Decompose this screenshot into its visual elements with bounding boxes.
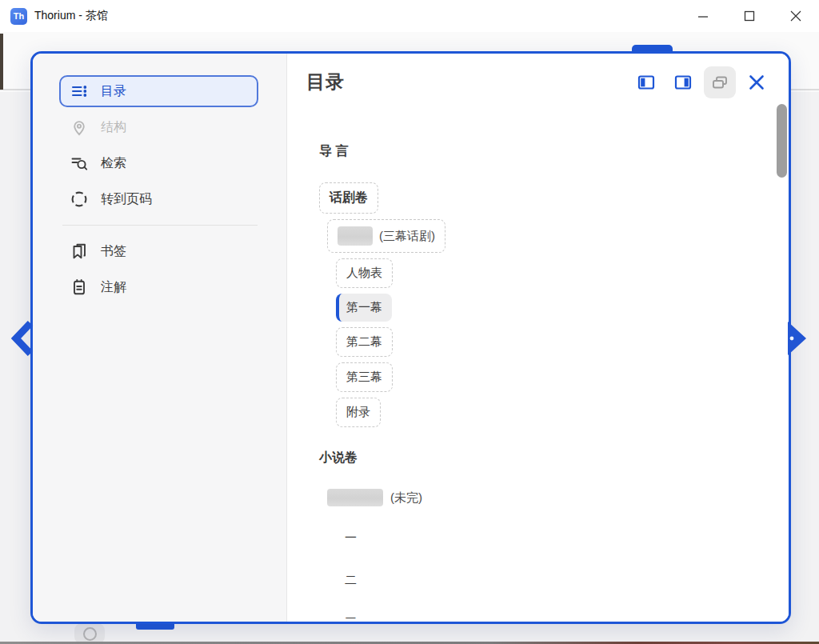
bookmark-icon [70,242,89,261]
previous-page-arrow[interactable] [11,319,34,361]
redacted-text [327,489,383,506]
toc-entry-label: 导 言 [319,140,789,163]
close-window-button[interactable] [773,0,819,32]
toc-entry-label: (未完) [390,490,422,506]
toc-entry-label: 第三幕 [336,362,393,392]
sidebar-item-toc[interactable]: 目录 [59,75,258,107]
refresh-icon [83,627,97,641]
close-icon [790,10,801,22]
sidebar-item-annotations[interactable]: 注解 [59,271,258,303]
sidebar-divider [62,225,258,226]
toc-entry: 二 [345,570,789,591]
maximize-button[interactable] [726,0,773,32]
navigation-sidebar: 目录 结构 检索 转到页码 [33,54,287,622]
sidebar-item-bookmarks[interactable]: 书签 [59,235,258,267]
search-list-icon [70,154,89,173]
dock-panel-right-button[interactable] [667,66,699,98]
window-controls [680,0,819,32]
toc-entry: 导 言 [319,140,789,163]
toc-list: 导 言 话剧卷 (三幕话剧) 人物表 第一幕 第二幕 第三幕 附录 [287,98,789,624]
scrollbar-thumb[interactable] [777,104,787,178]
toc-entry[interactable]: (三幕话剧) [327,219,789,253]
panel-header-icons [630,66,773,98]
toc-panel: 目录 [287,54,789,622]
toc-entry: 三 [345,612,789,624]
maximize-icon [744,10,755,22]
toc-entry[interactable]: 话剧卷 [319,182,789,214]
toc-entry-label: 人物表 [336,258,393,288]
book-page-edge [0,34,3,90]
toc-entry[interactable]: 人物表 [336,258,789,288]
window-title: Thorium - 茶馆 [34,9,108,23]
minimize-icon [697,10,709,22]
close-icon [747,73,766,92]
next-page-arrow[interactable] [785,319,808,361]
sidebar-item-label: 书签 [101,243,126,260]
detached-window-button[interactable] [704,66,736,98]
sidebar-item-search[interactable]: 检索 [59,147,258,179]
toc-entry-label: 第二幕 [336,327,393,357]
navigation-dialog: 目录 结构 检索 转到页码 [30,51,791,624]
chevron-left-icon [11,319,34,358]
toc-entry-label: 第一幕 [336,294,392,322]
dock-panel-left-icon [636,72,657,93]
toc-entry-label: 小说卷 [319,446,789,470]
toc-entry[interactable]: 第三幕 [336,362,789,392]
toc-list-icon [70,82,89,101]
annotation-icon [70,278,89,297]
redacted-text [338,226,373,246]
toc-entry: 小说卷 [319,446,789,470]
sidebar-item-label: 注解 [101,279,126,296]
window-titlebar: Th Thorium - 茶馆 [0,0,819,32]
toc-entry-current[interactable]: 第一幕 [336,294,789,322]
toc-entry[interactable]: 附录 [336,398,789,427]
toc-entry-label: (三幕话剧) [379,229,435,244]
detached-window-icon [709,72,730,93]
sidebar-item-label: 检索 [101,155,126,172]
toc-entry: 一 [345,527,789,549]
sidebar-item-label: 结构 [101,119,126,136]
toc-entry: (未完) [327,489,789,506]
sidebar-item-structure: 结构 [59,111,258,143]
sidebar-item-label: 目录 [101,83,126,100]
toc-entry-label: 二 [345,570,789,591]
minimize-button[interactable] [680,0,726,32]
dock-panel-left-button[interactable] [630,66,662,98]
toc-entry-label: 附录 [336,398,381,427]
toc-panel-header: 目录 [287,54,789,98]
toc-entry-label: 三 [345,612,789,624]
toc-entry-label: 一 [345,527,789,549]
goto-page-icon [70,190,89,209]
close-panel-button[interactable] [741,66,773,98]
thorium-logo: Th [10,8,27,25]
panel-title: 目录 [306,66,345,94]
sidebar-item-goto-page[interactable]: 转到页码 [59,183,258,215]
toc-entry-label: 话剧卷 [319,182,378,214]
dock-panel-right-icon [673,72,693,93]
chevron-right-icon [785,319,808,358]
landmark-pin-icon [70,118,89,137]
toc-entry[interactable]: 第二幕 [336,327,789,357]
sidebar-item-label: 转到页码 [101,191,152,208]
